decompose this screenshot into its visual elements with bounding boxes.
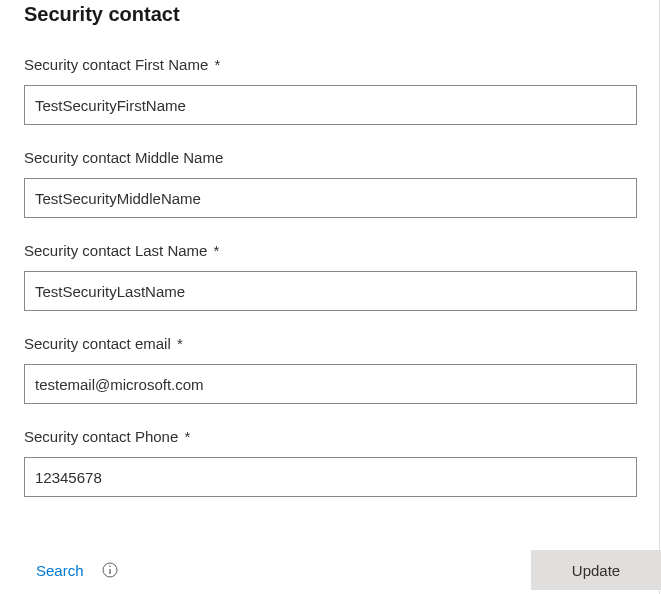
search-link[interactable]: Search xyxy=(36,562,84,579)
vertical-divider xyxy=(659,0,660,594)
section-title: Security contact xyxy=(24,0,661,28)
last-name-label-text: Security contact Last Name xyxy=(24,242,207,259)
email-group: Security contact email * xyxy=(24,335,637,404)
email-label-text: Security contact email xyxy=(24,335,171,352)
svg-point-2 xyxy=(109,566,111,568)
phone-label-text: Security contact Phone xyxy=(24,428,178,445)
first-name-label: Security contact First Name * xyxy=(24,56,637,73)
phone-label: Security contact Phone * xyxy=(24,428,637,445)
first-name-group: Security contact First Name * xyxy=(24,56,637,125)
phone-group: Security contact Phone * xyxy=(24,428,637,497)
first-name-label-text: Security contact First Name xyxy=(24,56,208,73)
last-name-label: Security contact Last Name * xyxy=(24,242,637,259)
middle-name-label: Security contact Middle Name xyxy=(24,149,637,166)
required-indicator: * xyxy=(177,335,183,352)
footer-bar: Search Update xyxy=(0,546,661,594)
security-contact-form: Security contact First Name * Security c… xyxy=(0,56,661,497)
last-name-group: Security contact Last Name * xyxy=(24,242,637,311)
email-input[interactable] xyxy=(24,364,637,404)
middle-name-group: Security contact Middle Name xyxy=(24,149,637,218)
required-indicator: * xyxy=(214,56,220,73)
required-indicator: * xyxy=(214,242,220,259)
middle-name-label-text: Security contact Middle Name xyxy=(24,149,223,166)
footer-left: Search xyxy=(36,562,118,579)
info-icon[interactable] xyxy=(102,562,118,578)
last-name-input[interactable] xyxy=(24,271,637,311)
required-indicator: * xyxy=(184,428,190,445)
first-name-input[interactable] xyxy=(24,85,637,125)
update-button[interactable]: Update xyxy=(531,550,661,590)
middle-name-input[interactable] xyxy=(24,178,637,218)
email-label: Security contact email * xyxy=(24,335,637,352)
phone-input[interactable] xyxy=(24,457,637,497)
